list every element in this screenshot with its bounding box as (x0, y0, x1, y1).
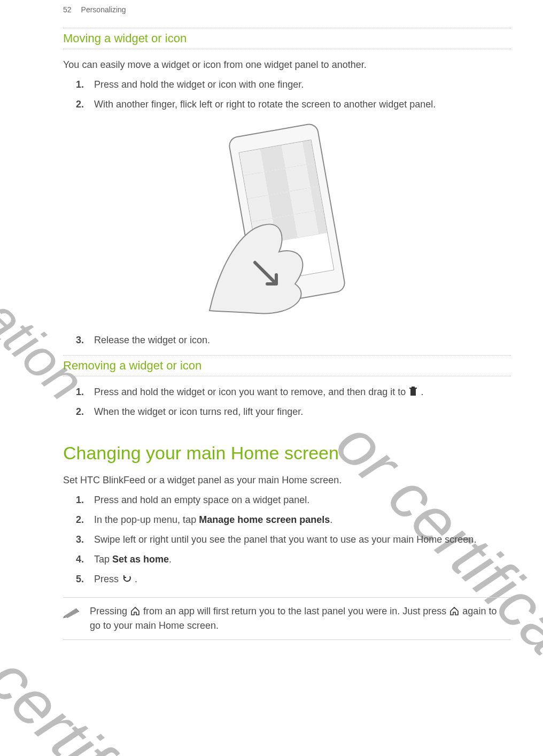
step-number: 2. (76, 97, 87, 112)
step-number: 2. (76, 405, 87, 419)
step-text: When the widget or icon turns red, lift … (94, 405, 511, 419)
step-number: 2. (76, 513, 87, 527)
note-text: Pressing from an app will first return y… (90, 604, 507, 633)
section-heading-moving: Moving a widget or icon (63, 28, 511, 49)
step-number: 1. (76, 385, 87, 399)
step-text-pre: Press (94, 574, 121, 584)
page-number: 52 (63, 5, 72, 14)
step-text-pre: Tap (94, 554, 112, 565)
step-number: 1. (76, 78, 87, 92)
list-item: 1. Press and hold the widget or icon you… (76, 385, 511, 399)
back-icon (122, 573, 131, 588)
step-number: 3. (76, 533, 87, 547)
bold-term: Manage home screen panels (199, 514, 330, 525)
step-text-pre: In the pop-up menu, tap (94, 514, 199, 525)
list-item: 3. Release the widget or icon. (76, 333, 511, 348)
list-item: 1. Press and hold an empty space on a wi… (76, 493, 511, 507)
home-icon (449, 605, 459, 620)
step-text-post: . (330, 514, 332, 525)
instruction-illustration (204, 118, 370, 327)
home-icon (130, 605, 140, 620)
step-text: Press . (94, 572, 511, 587)
section1-intro: You can easily move a widget or icon fro… (63, 58, 511, 72)
step-text: In the pop-up menu, tap Manage home scre… (94, 513, 511, 527)
step-text-post: . (421, 387, 423, 397)
step-number: 5. (76, 572, 87, 587)
list-item: 1. Press and hold the widget or icon wit… (76, 78, 511, 92)
list-item: 2. With another finger, flick left or ri… (76, 97, 511, 112)
step-number: 4. (76, 552, 87, 567)
list-item: 2. When the widget or icon turns red, li… (76, 405, 511, 419)
note-callout: Pressing from an app will first return y… (63, 597, 511, 640)
svg-rect-0 (410, 389, 416, 396)
step-text-post: . (169, 554, 172, 565)
svg-rect-2 (412, 387, 415, 388)
section3-intro: Set HTC BlinkFeed or a widget panel as y… (63, 473, 511, 488)
step-text-post: . (135, 574, 137, 584)
step-number: 1. (76, 493, 87, 507)
pen-note-icon (63, 606, 81, 620)
page-content: 52 Personalizing Moving a widget or icon… (0, 0, 543, 661)
step-text: With another finger, flick left or right… (94, 97, 511, 112)
section3-steps: 1. Press and hold an empty space on a wi… (63, 493, 511, 587)
list-item: 2. In the pop-up menu, tap Manage home s… (76, 513, 511, 527)
step-text: Press and hold the widget or icon with o… (94, 78, 511, 92)
step-number: 3. (76, 333, 87, 348)
note-mid: from an app will first return you to the… (143, 606, 449, 616)
svg-rect-1 (409, 388, 417, 389)
section1-steps-cont: 3. Release the widget or icon. (63, 333, 511, 348)
step-text: Swipe left or right until you see the pa… (94, 533, 511, 547)
step-text-pre: Press and hold the widget or icon you wa… (94, 387, 408, 397)
hand-gesture-icon (204, 198, 322, 316)
step-text: Tap Set as home. (94, 552, 511, 567)
list-item: 5. Press . (76, 572, 511, 587)
trash-icon (409, 386, 417, 400)
step-text: Release the widget or icon. (94, 333, 511, 348)
section2-steps: 1. Press and hold the widget or icon you… (63, 385, 511, 419)
note-pre: Pressing (90, 606, 130, 616)
section1-steps: 1. Press and hold the widget or icon wit… (63, 78, 511, 112)
page-header: 52 Personalizing (63, 5, 511, 20)
section-heading-removing: Removing a widget or icon (63, 355, 511, 376)
step-text: Press and hold an empty space on a widge… (94, 493, 511, 507)
list-item: 3. Swipe left or right until you see the… (76, 533, 511, 547)
list-item: 4. Tap Set as home. (76, 552, 511, 567)
step-text: Press and hold the widget or icon you wa… (94, 385, 511, 399)
chapter-title: Personalizing (81, 5, 126, 14)
heading-changing-home: Changing your main Home screen (63, 443, 511, 464)
bold-term: Set as home (112, 554, 169, 565)
